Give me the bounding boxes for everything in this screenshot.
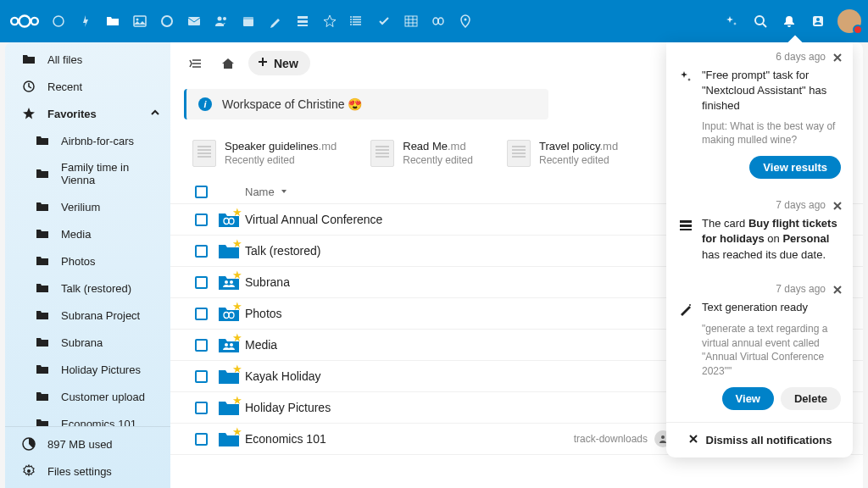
assistant-icon[interactable]	[719, 8, 744, 34]
app-notes[interactable]	[263, 8, 288, 34]
document-icon	[370, 140, 394, 167]
folder-icon: ★	[218, 336, 240, 354]
notification-item: 6 days ago"Free prompt" task for "Nextcl…	[666, 42, 853, 191]
notification-action-button[interactable]: Delete	[781, 387, 841, 410]
workspace-title: Workspace of Christine 😍	[222, 97, 362, 111]
folder-icon	[36, 363, 49, 376]
folder-icon	[36, 281, 49, 295]
search-icon[interactable]	[748, 8, 773, 34]
dismiss-all-button[interactable]: Dismiss all notifications	[666, 422, 853, 458]
sidebar-label: Subrana Project	[61, 309, 140, 322]
svg-point-0	[11, 18, 18, 25]
recent-file[interactable]: Read Me.mdRecently edited	[370, 140, 473, 167]
sidebar-label: Photos	[61, 255, 95, 268]
sidebar-favorite-item[interactable]: Holiday Pictures	[5, 356, 170, 383]
row-checkbox[interactable]	[195, 276, 208, 289]
sidebar-favorite-item[interactable]: Photos	[5, 247, 170, 274]
app-maps[interactable]	[453, 8, 478, 34]
close-icon[interactable]	[831, 283, 844, 297]
folder-icon	[36, 134, 49, 147]
row-checkbox[interactable]	[195, 402, 208, 414]
sidebar-item-recent[interactable]: Recent	[5, 73, 170, 100]
app-photos[interactable]	[127, 8, 153, 34]
svg-rect-39	[680, 225, 692, 227]
svg-point-41	[689, 304, 691, 306]
app-mail[interactable]	[181, 8, 207, 34]
row-checkbox[interactable]	[195, 433, 208, 446]
user-avatar[interactable]	[837, 9, 861, 33]
notification-subtext: "generate a text regarding a virtual ann…	[702, 322, 841, 379]
svg-point-1	[19, 16, 31, 27]
select-all-checkbox[interactable]	[195, 186, 208, 198]
recent-file[interactable]: Travel policy.mdRecently edited	[507, 140, 618, 167]
notifications-icon[interactable]	[776, 8, 802, 34]
sidebar-label: Media	[61, 228, 91, 241]
row-checkbox[interactable]	[195, 308, 208, 320]
folder-icon: ★	[218, 241, 240, 260]
app-calendar[interactable]	[236, 8, 261, 34]
sidebar-favorite-item[interactable]: Verilium	[5, 193, 170, 220]
sidebar-favorite-item[interactable]: Family time in Vienna	[5, 154, 170, 193]
notification-action-button[interactable]: View results	[749, 156, 841, 179]
star-icon	[22, 107, 36, 120]
app-menu	[46, 8, 478, 34]
file-name[interactable]: Economics 101	[245, 432, 574, 446]
star-badge-icon: ★	[232, 269, 242, 281]
home-icon[interactable]	[216, 52, 240, 75]
star-badge-icon: ★	[232, 425, 242, 438]
row-checkbox[interactable]	[195, 245, 208, 258]
notification-text: The card Buy flight tickets for holidays…	[702, 216, 841, 263]
sidebar-quota[interactable]: 897 MB used	[5, 430, 170, 458]
sidebar-favorite-item[interactable]: Media	[5, 220, 170, 247]
app-activity[interactable]	[73, 8, 98, 34]
app-upgrade[interactable]	[317, 8, 342, 34]
notification-text: Text generation ready	[702, 300, 808, 317]
row-checkbox[interactable]	[195, 370, 208, 383]
sidebar-favorite-item[interactable]: Airbnb-for-cars	[5, 127, 170, 154]
close-icon[interactable]	[831, 51, 844, 64]
sidebar-favorite-item[interactable]: Talk (restored)	[5, 274, 170, 302]
sidebar-settings[interactable]: Files settings	[5, 458, 170, 485]
workspace-banner[interactable]: i Workspace of Christine 😍	[184, 89, 548, 119]
row-checkbox[interactable]	[195, 214, 208, 226]
new-button-label: New	[274, 57, 298, 70]
star-badge-icon: ★	[232, 237, 242, 250]
svg-point-5	[136, 19, 139, 21]
sort-icon	[280, 186, 288, 198]
app-tasks[interactable]	[371, 8, 397, 34]
app-collectives[interactable]	[426, 8, 451, 34]
logo[interactable]	[7, 8, 42, 34]
app-dashboard[interactable]	[46, 8, 71, 34]
folder-icon	[36, 227, 49, 241]
svg-point-20	[433, 18, 438, 25]
wand-icon	[678, 302, 693, 317]
app-contacts[interactable]	[209, 8, 234, 34]
toggle-sidebar-icon[interactable]	[184, 52, 208, 75]
recent-file[interactable]: Speaker guidelines.mdRecently edited	[192, 140, 337, 167]
svg-rect-11	[243, 17, 253, 19]
sidebar-favorite-item[interactable]: Customer upload	[5, 383, 170, 410]
sidebar-item-favorites[interactable]: Favorites	[5, 100, 170, 127]
sidebar-item-all-files[interactable]: All files	[5, 46, 170, 73]
chevron-up-icon[interactable]	[150, 108, 160, 120]
sparkles-icon	[678, 69, 693, 85]
folder-icon	[36, 254, 49, 268]
new-button[interactable]: New	[248, 51, 310, 75]
sidebar-favorite-item[interactable]: Subrana	[5, 329, 170, 356]
app-files[interactable]	[100, 8, 125, 34]
document-icon	[507, 140, 531, 167]
app-list[interactable]	[344, 8, 370, 34]
app-talk[interactable]	[154, 8, 180, 34]
folder-icon	[36, 308, 49, 322]
history-icon	[22, 80, 36, 93]
sidebar-favorite-item[interactable]: Subrana Project	[5, 302, 170, 329]
notification-action-button[interactable]: View	[722, 387, 774, 410]
sidebar-label: Airbnb-for-cars	[61, 135, 134, 147]
row-checkbox[interactable]	[195, 339, 208, 352]
sidebar-favorite-item[interactable]: Economics 101	[5, 410, 170, 426]
close-icon[interactable]	[831, 199, 844, 213]
app-deck[interactable]	[290, 8, 315, 34]
app-tables[interactable]	[398, 8, 424, 34]
contacts-menu-icon[interactable]	[805, 8, 831, 34]
star-badge-icon: ★	[232, 300, 242, 313]
